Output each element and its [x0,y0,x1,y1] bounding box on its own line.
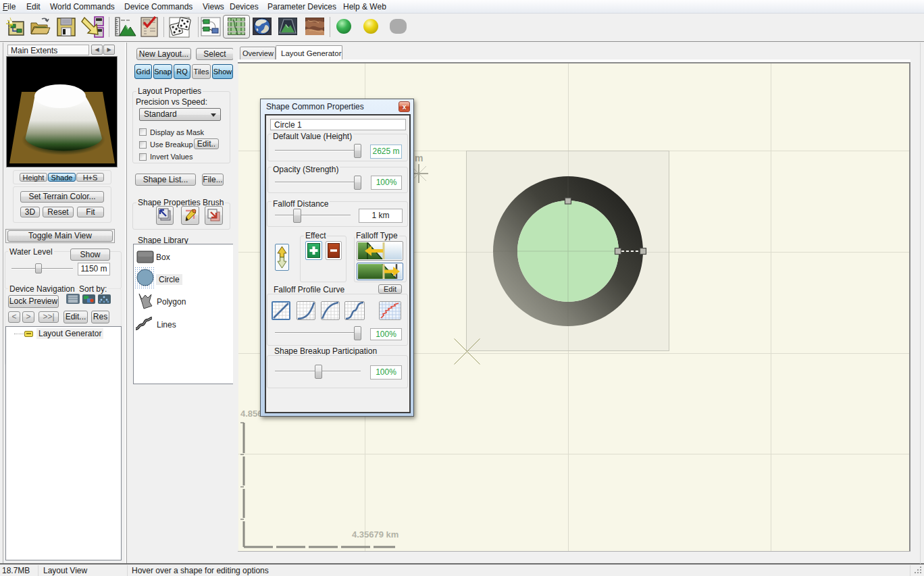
svg-text:4.35679 km: 4.35679 km [352,529,399,540]
svg-text:m: m [415,153,423,163]
